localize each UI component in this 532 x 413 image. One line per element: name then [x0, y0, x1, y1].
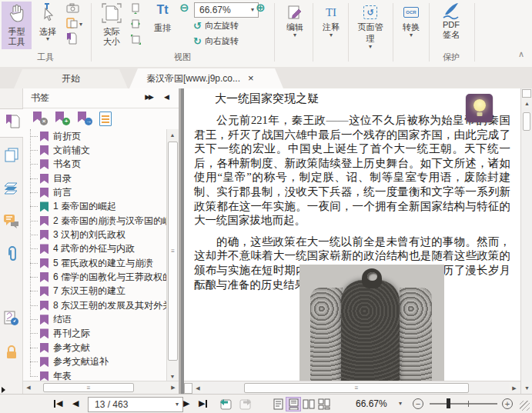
bookmark-item[interactable]: 1 秦帝国的崛起: [23, 200, 167, 214]
bookmark-item[interactable]: 参考文献: [23, 341, 167, 355]
doc-vertical-scroll-thumb[interactable]: [523, 112, 530, 131]
continuous-facing-layout-button[interactable]: [317, 398, 331, 411]
fit-width-button[interactable]: [129, 18, 146, 33]
next-page-button[interactable]: ▶: [183, 398, 189, 408]
bookmark-item[interactable]: 年表: [23, 369, 167, 381]
convert-button[interactable]: OCR 转换 ▾: [394, 3, 428, 38]
tab-document[interactable]: 秦汉帝国[www.j9p.co... ×: [129, 68, 283, 88]
bookmark-item[interactable]: 5 霍氏政权的建立与崩溃: [23, 256, 167, 270]
doc-scroll-down-button[interactable]: ▼: [522, 382, 532, 393]
nav-comments-tab[interactable]: [0, 208, 23, 236]
lock-icon: [5, 345, 18, 362]
reflow-button[interactable]: Tt 重排: [146, 2, 179, 49]
rotate-right-button[interactable]: ↻ 向右旋转: [193, 35, 239, 47]
document-horizontal-scrollbar[interactable]: ◀ ≡ ▶: [184, 381, 520, 394]
bookmarks-horizontal-scrollbar[interactable]: ◀ ≡ ▶: [23, 381, 179, 394]
snapshot-button[interactable]: [65, 2, 89, 16]
zoom-slider[interactable]: [430, 403, 497, 405]
edit-button[interactable]: 编辑 ▾: [278, 3, 312, 38]
collapse-ribbon-button[interactable]: ∧: [518, 49, 524, 59]
nav-signatures-tab[interactable]: [0, 306, 23, 334]
rotate-left-label: 向左旋转: [205, 20, 239, 32]
status-bar: ◀ ◀ 13 / 463 ▾ ▶ ▶ 66.67% ▾ −: [0, 394, 532, 413]
bookmark-item[interactable]: 2 秦帝国的崩溃与汉帝国的崛: [23, 214, 167, 228]
actual-size-button[interactable]: 实际大小: [95, 2, 128, 49]
comment-button[interactable]: TI 注释 ▾: [314, 3, 348, 38]
previous-view-button[interactable]: [219, 398, 233, 410]
bookmark-item[interactable]: 目录: [23, 172, 167, 185]
bookmark-item[interactable]: 4 武帝的外征与内政: [23, 242, 167, 256]
tab-close-icon[interactable]: ×: [248, 74, 254, 83]
status-zoom-dropdown-arrow[interactable]: ▾: [399, 401, 402, 406]
hide-panel-icon[interactable]: ◀: [164, 93, 169, 101]
facing-layout-button[interactable]: [302, 398, 316, 411]
nav-attachments-tab[interactable]: [0, 241, 23, 269]
continuous-layout-button[interactable]: [286, 398, 300, 411]
scroll-left-button[interactable]: ◀: [23, 382, 34, 393]
clipboard-button[interactable]: ▾: [65, 17, 89, 32]
vertical-scroll-thumb[interactable]: ≡: [168, 142, 178, 361]
nav-security-tab[interactable]: [0, 339, 23, 367]
document-vertical-scrollbar[interactable]: ▲ ▼: [520, 88, 532, 394]
bookmark-item[interactable]: 前折页: [23, 129, 167, 143]
zoom-out-button[interactable]: −: [413, 398, 423, 409]
window-resize-grip[interactable]: [520, 401, 530, 411]
bookmark-item[interactable]: 再刊之际: [23, 327, 167, 341]
tab-start[interactable]: 开始: [14, 69, 128, 88]
pdf-sign-button[interactable]: PDF签名: [430, 2, 472, 41]
zoom-level-combobox[interactable]: 66.67% ▾: [194, 2, 259, 18]
previous-page-button[interactable]: ◀: [72, 398, 79, 408]
bookmark-item[interactable]: 前言: [23, 185, 167, 199]
bookmark-item-label: 书名页: [53, 158, 81, 171]
page-management-button[interactable]: ↺ 页面管理 ▾: [350, 3, 391, 49]
next-view-button[interactable]: [239, 398, 253, 410]
hand-tool-button[interactable]: 手型工具: [2, 2, 32, 49]
bookmark-item[interactable]: 结语: [23, 312, 167, 326]
bookmark-flag-icon: [40, 286, 49, 296]
bookmark-item[interactable]: 3 汉初的刘氏政权: [23, 228, 167, 241]
bookmark-page-button[interactable]: [65, 32, 89, 47]
fit-page-button[interactable]: [129, 3, 146, 18]
goto-bookmark-button[interactable]: →: [77, 112, 92, 125]
rotate-left-button[interactable]: ↺ 向左旋转: [193, 20, 239, 32]
delete-bookmark-button[interactable]: ×: [32, 112, 48, 125]
bookmark-item[interactable]: 7 东汉王朝的建立: [23, 285, 167, 298]
expand-current-bookmark-button[interactable]: [99, 112, 112, 126]
doc-scroll-left-button[interactable]: ◀: [192, 383, 203, 393]
assistant-lightbulb-button[interactable]: [466, 94, 493, 122]
page-number-combobox[interactable]: 13 / 463 ▾: [88, 397, 183, 412]
nav-layers-tab[interactable]: [0, 175, 23, 203]
add-bookmark-button[interactable]: +: [55, 112, 70, 125]
comment-icon: TI: [326, 3, 336, 22]
split-view-box[interactable]: [522, 89, 531, 98]
doc-scroll-up-button[interactable]: ▲: [522, 98, 532, 108]
bookmarks-vertical-scrollbar[interactable]: ▲ ≡ ▼: [166, 129, 179, 381]
signature-pen-icon: [441, 2, 461, 20]
scroll-up-button[interactable]: ▲: [167, 129, 178, 140]
nav-bookmarks-tab[interactable]: [0, 108, 24, 138]
nav-pages-tab[interactable]: [0, 142, 23, 170]
first-page-button[interactable]: ◀: [54, 398, 62, 408]
fit-visible-button[interactable]: [129, 34, 146, 48]
doc-scroll-right-button[interactable]: ▶: [509, 383, 520, 393]
zoom-in-button[interactable]: +: [502, 398, 513, 409]
bookmark-item-label: 4 武帝的外征与内政: [53, 242, 135, 255]
zoom-out-ribbon-button[interactable]: ⊖: [179, 2, 189, 14]
expand-panel-icon[interactable]: ▶▶: [145, 93, 152, 101]
bookmark-item[interactable]: 文前辅文: [23, 143, 167, 157]
split-view-box-horizontal[interactable]: [184, 383, 192, 394]
zoom-slider-handle[interactable]: [447, 398, 450, 408]
bookmark-item[interactable]: 书名页: [23, 158, 167, 172]
doc-horizontal-scroll-thumb[interactable]: ≡: [244, 383, 469, 393]
bookmark-item[interactable]: 参考文献追补: [23, 355, 167, 369]
last-page-button[interactable]: ▶: [199, 398, 207, 408]
zoom-in-ribbon-button[interactable]: ⊕: [256, 2, 266, 14]
bookmark-item[interactable]: 6 儒学的国教化与王莽政权的: [23, 270, 167, 284]
scroll-down-button[interactable]: ▼: [167, 371, 178, 381]
pdf-page[interactable]: 大一统国家突现之疑 公元前221年，秦王政——这位不久后被称为始皇帝的秦国君王，…: [184, 88, 520, 381]
select-tool-button[interactable]: 选择 ▾: [34, 2, 62, 49]
single-page-layout-button[interactable]: [271, 398, 285, 411]
scroll-right-button[interactable]: ▶: [168, 382, 179, 393]
horizontal-scroll-thumb[interactable]: ≡: [43, 383, 134, 392]
bookmark-item[interactable]: 8 东汉王朝的发展及其对外关: [23, 298, 167, 312]
